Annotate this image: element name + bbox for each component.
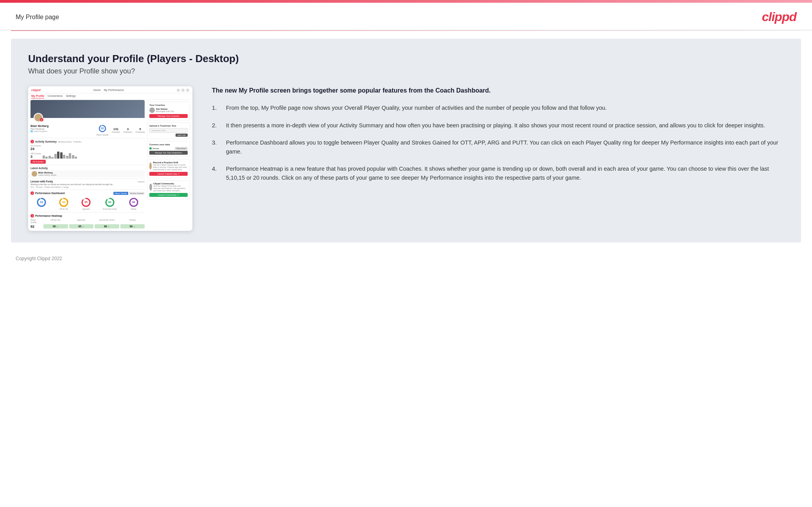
community-desc: Visit the Clippd Community and discover … (153, 185, 188, 192)
mockup-profile-name: Blair McHarg (30, 124, 48, 128)
launch-community-btn[interactable]: Launch Community ↗ (149, 193, 188, 197)
ring-tee-label: Off the Tee (58, 208, 69, 210)
mockup-activity-desc: Latest activity details (38, 174, 56, 176)
mockup-bar-chart (43, 147, 145, 159)
bar-11 (72, 155, 74, 159)
mockup-following-label: Following (136, 131, 145, 133)
feature-item-3: 3. Performance Dashboard allows you to t… (212, 138, 784, 156)
intro-text: The new My Profile screen brings togethe… (212, 86, 784, 95)
bar-8 (63, 155, 65, 159)
mockup-lesson-desc: Working to feel like my hands are existi… (30, 183, 145, 186)
logo: clippd (762, 10, 796, 24)
bar-2 (45, 157, 48, 159)
mockup-left: 1 Blair McHarg Plus Handicap 🌐 United Ki… (30, 100, 145, 229)
mockup-performance-dashboard: 3 Performance Dashboard Player Quality S… (30, 189, 145, 211)
mockup-following-stat: 5 Following (136, 127, 145, 133)
bar-5 (54, 154, 57, 159)
bar-10 (69, 153, 71, 159)
integration-status-dot (149, 147, 152, 150)
mockup-profile-details: Blair McHarg Plus Handicap 🌐 United King… (30, 124, 48, 132)
disconnect-btn[interactable]: Disconnect (175, 147, 188, 150)
avatar-icon (186, 89, 189, 92)
content-row: clippd Home My Performance My Profile Co… (28, 86, 784, 231)
integration-item: Arccos (149, 147, 159, 150)
mockup-activities-stat: 131 Activities (112, 127, 120, 133)
nav-my-performance: My Performance (104, 89, 124, 91)
heatmap-tee-value: 90 ↑↓ (43, 224, 68, 229)
mockup-badge-4: 4 (30, 214, 34, 218)
mockup-activity-detail: Blair McHarg Latest activity details (38, 171, 56, 176)
mockup-latest-activity: Latest Activity Blair McHarg Latest acti… (30, 165, 145, 177)
nav-home: Home (93, 89, 101, 91)
mockup-activity-avatar (32, 171, 37, 177)
bar-9 (66, 156, 68, 159)
integration-name: Arccos (152, 147, 159, 150)
mockup-latest-activity-title: Latest Activity (30, 167, 145, 170)
mockup-lesson: Lesson with Fordy Lesson Working to feel… (30, 179, 145, 188)
mockup-following-value: 5 (136, 127, 145, 131)
mockup-off-course-value: 3 (30, 155, 41, 159)
top-bar: My Profile page clippd (0, 3, 812, 30)
heatmap-label-around: Around the Green (95, 219, 119, 223)
manage-integrations-btn[interactable]: Manage Your Data Integrations (149, 151, 188, 155)
all-activities-button[interactable]: All Activities (30, 160, 46, 164)
mockup-lesson-title: Lesson with Fordy (30, 180, 53, 183)
mockup-navbar: clippd Home My Performance (28, 86, 192, 93)
svg-point-3 (38, 198, 45, 206)
mockup-community-row: Clippd Community Visit the Clippd Commun… (149, 182, 188, 192)
mockup-course-stats: On Course 24 Off Course 3 (30, 145, 41, 159)
feature-num-3: 3. (212, 138, 220, 147)
mockup-heatmap: 4 Performance Heatmap Player Quality Off… (30, 212, 145, 229)
subnav-my-profile: My Profile (31, 95, 44, 98)
ring-approach-label: Approach (81, 208, 91, 210)
main-subtitle: What does your Profile show you? (28, 67, 784, 75)
mockup-perf-toggles: Player Quality Strokes Gained (113, 192, 145, 195)
svg-point-7 (82, 198, 90, 206)
mockup-frame: clippd Home My Performance My Profile Co… (28, 86, 192, 231)
ring-overall-svg (36, 197, 47, 208)
mockup-stats: 92 Player Quality 131 Activities 3 Follo… (96, 124, 145, 136)
mockup-ring-overall: 92 (36, 197, 47, 210)
mockup-on-course-value: 24 (30, 147, 41, 151)
mockup-practice-row: Record a Practice Drill Use the Clippd C… (149, 161, 188, 171)
strokes-gained-toggle[interactable]: Strokes Gained (129, 192, 145, 195)
player-quality-toggle[interactable]: Player Quality (113, 192, 128, 195)
ring-tee-svg (58, 197, 69, 208)
mockup-heatmap-title: Performance Heatmap (35, 214, 62, 217)
main-title: Understand your Profile (Players - Deskt… (28, 53, 784, 65)
quality-ring-svg (98, 124, 107, 133)
practice-detail: Record a Practice Drill Use the Clippd C… (153, 161, 188, 171)
bar-12 (75, 157, 77, 159)
mockup-logo: clippd (31, 88, 41, 92)
trackman-add-btn[interactable]: Add Link (176, 134, 188, 137)
mockup-activity-item: Blair McHarg Latest activity details (30, 170, 145, 177)
subnav-settings: Settings (66, 95, 75, 98)
mockup-coaches-title: Your Coaches (149, 104, 188, 106)
feature-num-1: 1. (212, 104, 220, 112)
mockup-perf-title: Performance Dashboard (35, 192, 65, 195)
svg-point-9 (106, 198, 114, 206)
page-title: My Profile page (16, 14, 59, 21)
mockup-connect-title: Connect your data (149, 143, 188, 146)
heatmap-approach-value: 85 ↑↓ (69, 224, 94, 229)
bar-1 (43, 155, 45, 159)
manage-coaches-button[interactable]: Manage Your Coaches (149, 114, 188, 118)
launch-capture-btn[interactable]: Launch Capture App ↗ (149, 172, 188, 176)
mockup-badge-1: 1 (40, 118, 43, 121)
mockup-ring-putt: 96 Putting (128, 197, 139, 210)
mockup-activity-title: Activity Summary (35, 140, 57, 143)
coach-avatar (149, 107, 155, 113)
ring-around-svg (104, 197, 115, 208)
mockup-trackman-title: Upload a Trackman Test (149, 125, 188, 127)
mockup-badge-3: 3 (30, 191, 34, 195)
mockup-perf-header: 3 Performance Dashboard Player Quality S… (30, 191, 145, 195)
mockup-lesson-label: Lesson (138, 180, 145, 183)
svg-point-5 (60, 198, 68, 206)
bell-icon (181, 89, 185, 92)
features-column: The new My Profile screen brings togethe… (212, 86, 784, 191)
ring-approach-svg (81, 197, 91, 208)
feature-item-2: 2. It then presents a more in-depth view… (212, 121, 784, 130)
mockup-followers-value: 3 (123, 127, 133, 131)
mockup-activities-label: Activities (112, 131, 120, 133)
feature-text-1: From the top, My Profile page now shows … (226, 104, 607, 112)
